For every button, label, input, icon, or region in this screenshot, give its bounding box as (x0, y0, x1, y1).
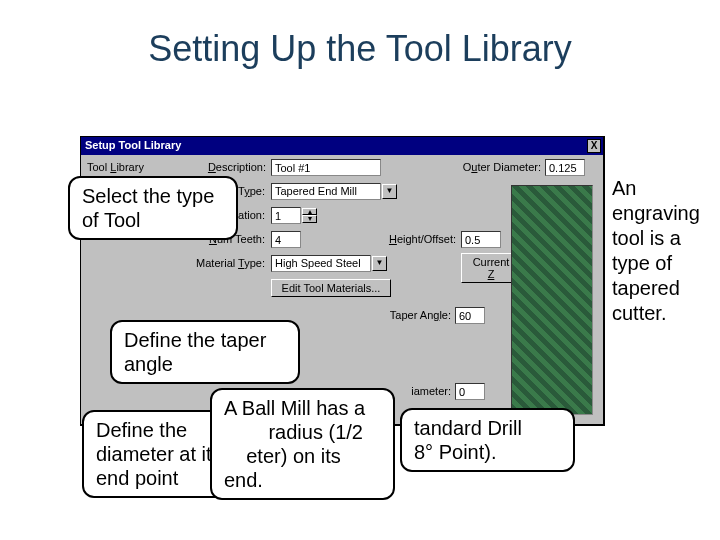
slide-title: Setting Up the Tool Library (0, 28, 720, 70)
dialog-titlebar: Setup Tool Library X (81, 137, 603, 155)
callout-drill: tandard Drill8° Point). (400, 408, 575, 472)
callout-ball-mill: A Ball Mill has a radius (1/2 eter) on i… (210, 388, 395, 500)
engraving-note: An engraving tool is a type of tapered c… (612, 176, 712, 326)
outer-diameter-input[interactable] (545, 159, 585, 176)
height-offset-input[interactable] (461, 231, 501, 248)
callout-select-type: Select the type of Tool (68, 176, 238, 240)
description-label: Description: (201, 161, 266, 173)
taper-angle-label: Taper Angle: (381, 309, 451, 321)
end-diameter-label: iameter: (397, 385, 451, 397)
station-input[interactable] (271, 207, 301, 224)
height-offset-label: Height/Offset: (381, 233, 456, 245)
tool-preview-pane (511, 185, 593, 415)
material-type-label: Material Type: (189, 257, 265, 269)
dialog-title: Setup Tool Library (85, 139, 181, 151)
chevron-down-icon[interactable]: ▼ (382, 184, 397, 199)
description-input[interactable] (271, 159, 381, 176)
outer-diameter-label: Outer Diameter: (451, 161, 541, 173)
callout-define-taper: Define the taper angle (110, 320, 300, 384)
material-type-select[interactable]: High Speed Steel (271, 255, 371, 272)
spinner-down-icon[interactable]: ▾ (302, 215, 317, 223)
close-icon[interactable]: X (587, 139, 601, 153)
chevron-down-icon[interactable]: ▼ (372, 256, 387, 271)
tool-library-label: Tool Library (87, 161, 157, 173)
type-select[interactable]: Tapered End Mill (271, 183, 381, 200)
edit-tool-materials-button[interactable]: Edit Tool Materials... (271, 279, 391, 297)
end-diameter-input[interactable] (455, 383, 485, 400)
taper-angle-input[interactable] (455, 307, 485, 324)
num-teeth-input[interactable] (271, 231, 301, 248)
